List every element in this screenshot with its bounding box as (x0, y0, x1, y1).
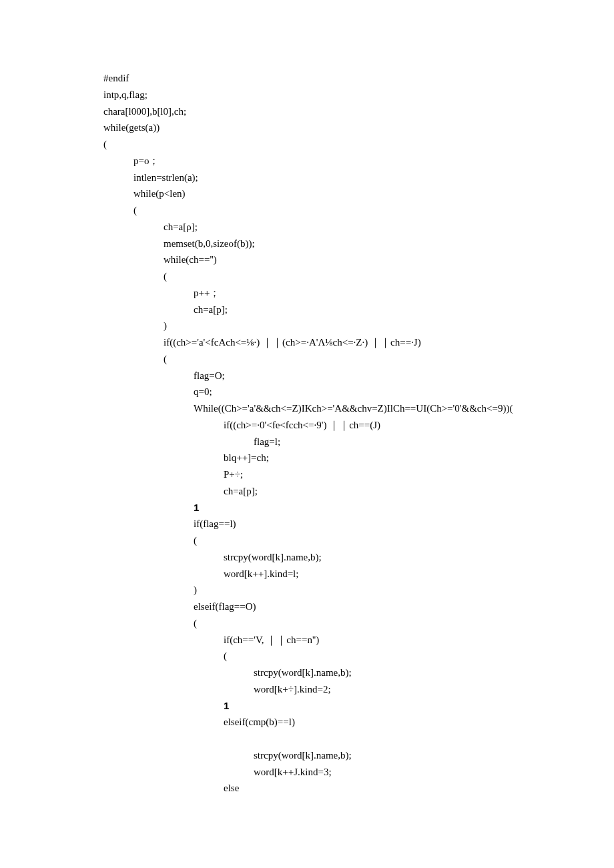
code-line: ( (103, 351, 614, 368)
code-line: flag=l; (103, 434, 614, 450)
code-line: P+÷; (103, 466, 614, 483)
code-line: ( (103, 615, 614, 632)
code-line: memset(b,0,sizeof(b)); (103, 236, 614, 252)
code-line: strcpy(word[k].name,b); (103, 549, 614, 566)
code-line: word[k++].kind=l; (103, 566, 614, 582)
code-line: word[k+÷].kind=2; (103, 681, 614, 698)
code-line: ) (103, 318, 614, 334)
code-line: else (103, 780, 614, 797)
code-document: #endifintp,q,flag;chara[l000],b[l0],ch;w… (0, 0, 614, 797)
code-line: ch=a[p]; (103, 483, 614, 500)
code-line: blq++]=ch; (103, 450, 614, 466)
code-line: q=0; (103, 384, 614, 400)
code-line: if((ch>=∙0'<fe<fcch<=∙9') ｜｜ch==(J) (103, 417, 614, 434)
code-line: ( (103, 268, 614, 285)
code-line: ch=a[p]; (103, 302, 614, 318)
code-line: ( (103, 136, 614, 153)
code-line: ( (103, 202, 614, 219)
code-line: chara[l000],b[l0],ch; (103, 103, 614, 120)
code-line: word[k++J.kind=3; (103, 764, 614, 781)
code-line: ) (103, 582, 614, 598)
code-line: p++； (103, 285, 614, 302)
code-line: 1 (103, 500, 614, 516)
code-line: intlen=strlen(a); (103, 169, 614, 186)
code-line: if(flag==l) (103, 516, 614, 532)
code-line: intp,q,flag; (103, 87, 614, 103)
code-line: while(gets(a)) (103, 119, 614, 136)
code-line: if((ch>='a'<fcAch<=⅛·) ｜｜(ch>=∙A'Λ⅛ch<=∙… (103, 334, 614, 351)
code-line: elseif(flag==O) (103, 598, 614, 615)
code-line: strcpy(word[k].name,b); (103, 747, 614, 764)
code-line: 1 (103, 698, 614, 715)
code-line: #endif (103, 70, 614, 87)
code-line (103, 731, 614, 747)
code-line: ( (103, 532, 614, 549)
code-line: if(ch=='V, ｜｜ch==n'') (103, 632, 614, 648)
code-line: elseif(cmp(b)==l) (103, 714, 614, 731)
code-line: p=o； (103, 153, 614, 169)
code-line: flag=O; (103, 368, 614, 384)
code-line: while(p<len) (103, 185, 614, 202)
code-line: ( (103, 648, 614, 665)
code-line: While((Ch>='a'&&ch<=Z)IKch>='A&&chv=Z)Il… (103, 400, 614, 417)
code-line: strcpy(word[k].name,b); (103, 665, 614, 681)
code-line: while(ch=='') (103, 252, 614, 268)
code-line: ch=a[ρ]; (103, 219, 614, 236)
